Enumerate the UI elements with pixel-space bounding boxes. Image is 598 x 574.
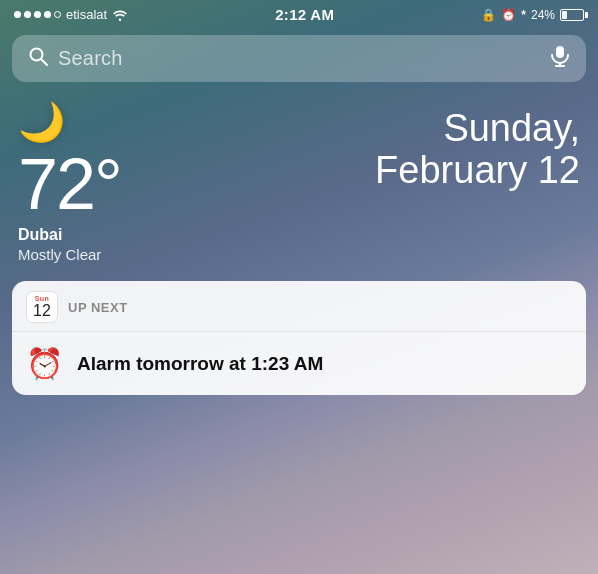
weather-left: 🌙 72° Dubai Mostly Clear bbox=[18, 100, 121, 263]
date-text: February 12 bbox=[375, 150, 580, 192]
weather-condition: Mostly Clear bbox=[18, 246, 121, 263]
wifi-icon bbox=[112, 9, 128, 21]
up-next-label: UP NEXT bbox=[68, 300, 128, 315]
calendar-date-number: 12 bbox=[33, 303, 51, 319]
widget-content: ⏰ Alarm tomorrow at 1:23 AM bbox=[12, 332, 586, 395]
status-left: etisalat bbox=[14, 7, 128, 22]
signal-dot-5 bbox=[54, 11, 61, 18]
signal-dot-1 bbox=[14, 11, 21, 18]
moon-icon: 🌙 bbox=[18, 100, 121, 144]
carrier-name: etisalat bbox=[66, 7, 107, 22]
svg-line-1 bbox=[41, 59, 47, 65]
signal-strength bbox=[14, 11, 61, 18]
status-bar: etisalat 2:12 AM 🔒 ⏰ * 24% bbox=[0, 0, 598, 27]
bluetooth-icon: * bbox=[521, 8, 526, 22]
svg-rect-2 bbox=[556, 46, 564, 58]
widget-card: Sun 12 UP NEXT ⏰ Alarm tomorrow at 1:23 … bbox=[12, 281, 586, 395]
microphone-icon[interactable] bbox=[550, 45, 570, 72]
lock-icon: 🔒 bbox=[481, 8, 496, 22]
status-right: 🔒 ⏰ * 24% bbox=[481, 8, 584, 22]
date-display: Sunday, February 12 bbox=[375, 100, 580, 192]
alarm-clock-icon: ⏰ bbox=[26, 346, 63, 381]
battery-fill bbox=[562, 11, 567, 19]
search-icon bbox=[28, 46, 48, 71]
calendar-icon: Sun 12 bbox=[26, 291, 58, 323]
search-bar[interactable]: Search bbox=[12, 35, 586, 82]
battery-icon bbox=[560, 9, 584, 21]
signal-dot-4 bbox=[44, 11, 51, 18]
signal-dot-2 bbox=[24, 11, 31, 18]
widget-header: Sun 12 UP NEXT bbox=[12, 281, 586, 332]
alarm-event-text: Alarm tomorrow at 1:23 AM bbox=[77, 353, 323, 375]
battery-percentage: 24% bbox=[531, 8, 555, 22]
search-placeholder: Search bbox=[58, 47, 540, 70]
signal-dot-3 bbox=[34, 11, 41, 18]
city-name: Dubai bbox=[18, 226, 121, 244]
weather-section: 🌙 72° Dubai Mostly Clear Sunday, Februar… bbox=[0, 90, 598, 263]
alarm-clock-status-icon: ⏰ bbox=[501, 8, 516, 22]
day-name: Sunday, bbox=[375, 108, 580, 150]
temperature: 72° bbox=[18, 148, 121, 220]
status-time: 2:12 AM bbox=[275, 6, 334, 23]
